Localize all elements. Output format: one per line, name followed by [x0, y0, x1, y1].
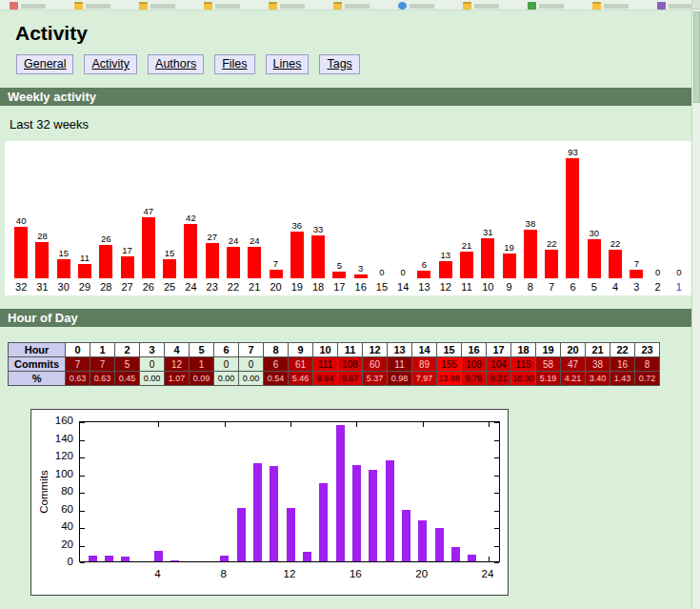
bookmark-item[interactable]: [10, 0, 46, 10]
weekly-bar-value: 22: [610, 238, 621, 249]
weekly-bar-group: 1129: [74, 253, 95, 293]
tab-general[interactable]: General: [16, 54, 73, 74]
weekly-bar-value: 15: [165, 248, 175, 258]
y-tick-mark: [80, 476, 85, 477]
tab-tags[interactable]: Tags: [319, 54, 359, 74]
percent-cell: 0.00: [239, 372, 264, 386]
weekly-bar-group: 02: [647, 267, 668, 293]
weekly-bar-week-label: 6: [570, 281, 575, 293]
weekly-activity-header: Weekly activity: [0, 88, 700, 106]
weekly-bar: [290, 232, 304, 278]
weekly-bar-week-label: 16: [355, 281, 367, 293]
scrollbar-thumb[interactable]: [693, 11, 700, 103]
bookmark-label: [21, 4, 46, 9]
app-icon: [528, 2, 536, 10]
weekly-bar: [121, 256, 134, 278]
weekly-bar-group: 2723: [202, 232, 223, 293]
hour-header-cell: 14: [412, 343, 437, 357]
bookmark-item[interactable]: [139, 0, 175, 10]
y-tick-mark: [80, 511, 85, 512]
hour-bar: [468, 555, 476, 561]
weekly-bar-week-label: 23: [207, 281, 218, 293]
weekly-bar-group: 1530: [53, 248, 74, 293]
percent-cell: 0.00: [140, 372, 165, 386]
percent-cell: 0.09: [190, 372, 214, 386]
bookmark-item[interactable]: [204, 0, 240, 10]
weekly-bar: [142, 217, 155, 278]
commits-cell: 7: [90, 357, 115, 372]
weekly-bar-week-label: 29: [79, 281, 90, 293]
weekly-bar: [460, 252, 473, 278]
bookmark-item[interactable]: [463, 0, 499, 10]
weekly-bar-value: 0: [676, 267, 681, 277]
commits-cell: 104: [487, 357, 511, 372]
y-tick-mark: [494, 457, 499, 458]
weekly-bar: [609, 250, 622, 278]
y-tick-mark: [494, 562, 499, 563]
bookmark-label: [280, 4, 305, 9]
weekly-bar-value: 17: [122, 245, 132, 255]
weekly-bar-week-label: 12: [440, 281, 451, 293]
weekly-bar-value: 21: [462, 240, 472, 251]
page-icon: [10, 2, 18, 10]
hour-row-header: Hour: [9, 343, 66, 357]
weekly-bar-value: 3: [358, 263, 363, 274]
weekly-bar: [227, 247, 240, 278]
weekly-bar-week-label: 18: [312, 281, 324, 293]
weekly-bar-value: 36: [292, 220, 303, 231]
commits-cell: 61: [289, 357, 313, 372]
weekly-bar-group: 936: [562, 147, 583, 293]
hour-header-cell: 19: [536, 343, 561, 357]
x-tick-mark: [356, 422, 357, 427]
hour-header-cell: 21: [586, 343, 610, 357]
hour-header-cell: 10: [313, 343, 338, 357]
weekly-bar-week-label: 24: [185, 281, 196, 293]
bookmark-item[interactable]: [269, 0, 305, 10]
weekly-bar-week-label: 21: [249, 281, 260, 293]
weekly-bar-group: 2421: [244, 235, 265, 293]
weekly-bar-group: 014: [392, 267, 413, 293]
browser-bookmarks-bar: [0, 0, 700, 10]
weekly-bar-week-label: 25: [164, 281, 175, 293]
weekly-bar: [57, 259, 70, 278]
hour-bar: [369, 470, 377, 561]
hour-bar: [89, 556, 97, 561]
bookmark-item[interactable]: [333, 0, 370, 10]
x-tick-label: 20: [410, 568, 434, 579]
commits-cell: 89: [412, 357, 437, 372]
hour-bar: [435, 528, 444, 561]
weekly-bar-group: 4032: [10, 215, 31, 293]
weekly-bar-group: 2422: [223, 235, 244, 293]
weekly-bar-value: 30: [589, 228, 599, 238]
bookmark-item[interactable]: [398, 0, 434, 10]
commits-cell: 6: [264, 357, 289, 372]
weekly-bar-value: 15: [58, 248, 69, 258]
bookmark-label: [410, 4, 434, 9]
tab-files[interactable]: Files: [214, 54, 254, 74]
weekly-bar: [417, 271, 430, 278]
scrollbar-up-icon[interactable]: [692, 0, 700, 10]
x-tick-mark: [489, 422, 490, 427]
folder-icon: [269, 2, 277, 10]
hour-bar: [386, 460, 394, 561]
tab-authors[interactable]: Authors: [148, 54, 204, 74]
weekly-bar-week-label: 27: [121, 281, 132, 293]
weekly-bar-group: 227: [541, 238, 562, 293]
percent-cell: 4.21: [561, 372, 586, 386]
percent-cell: 0.54: [264, 372, 289, 386]
weekly-bar: [566, 158, 579, 278]
weekly-bar-value: 6: [422, 259, 427, 270]
bookmark-item[interactable]: [592, 0, 629, 10]
scrollbar[interactable]: [691, 0, 700, 609]
weekly-bar-group: 015: [371, 267, 392, 293]
bookmark-item[interactable]: [657, 0, 693, 10]
hour-bar: [402, 510, 410, 561]
hour-header-cell: 13: [388, 343, 412, 357]
x-tick-mark: [225, 422, 226, 427]
bookmark-item[interactable]: [74, 0, 110, 10]
bookmark-item[interactable]: [528, 0, 564, 10]
commits-cell: 16: [610, 357, 635, 372]
y-tick-mark: [80, 528, 85, 529]
tab-activity[interactable]: Activity: [84, 54, 137, 74]
tab-lines[interactable]: Lines: [266, 54, 310, 74]
